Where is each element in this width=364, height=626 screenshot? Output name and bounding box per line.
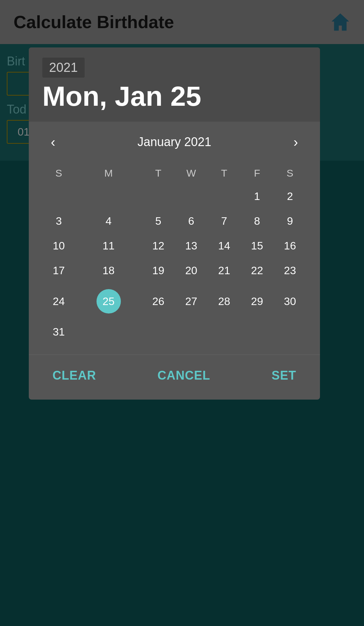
- calendar-day[interactable]: 9: [274, 209, 306, 234]
- dp-year[interactable]: 2021: [42, 58, 85, 78]
- calendar-day: [42, 184, 75, 209]
- calendar-day[interactable]: 30: [274, 283, 306, 320]
- calendar-row: 12: [42, 184, 306, 209]
- calendar-day[interactable]: 5: [142, 209, 175, 234]
- calendar-day[interactable]: 17: [42, 258, 75, 283]
- calendar-day[interactable]: 21: [208, 258, 240, 283]
- set-button[interactable]: SET: [265, 365, 303, 386]
- calendar-grid: S M T W T F S 12345678910111213141516171…: [42, 162, 306, 344]
- calendar-day: [175, 320, 208, 344]
- calendar-day[interactable]: 18: [75, 258, 142, 283]
- calendar-day[interactable]: 10: [42, 234, 75, 258]
- dow-sun: S: [42, 162, 75, 184]
- calendar-day[interactable]: 29: [241, 283, 274, 320]
- calendar-day[interactable]: 24: [42, 283, 75, 320]
- calendar-day[interactable]: 8: [241, 209, 274, 234]
- dow-thu: T: [208, 162, 240, 184]
- calendar-day[interactable]: 12: [142, 234, 175, 258]
- calendar-day[interactable]: 28: [208, 283, 240, 320]
- calendar-day[interactable]: 25: [75, 283, 142, 320]
- calendar-day[interactable]: 4: [75, 209, 142, 234]
- calendar-day[interactable]: 6: [175, 209, 208, 234]
- cancel-button[interactable]: CANCEL: [151, 365, 217, 386]
- prev-month-button[interactable]: ‹: [46, 132, 60, 152]
- calendar-day: [75, 320, 142, 344]
- dp-date-display: Mon, Jan 25: [42, 81, 306, 112]
- calendar-day[interactable]: 14: [208, 234, 240, 258]
- calendar-day[interactable]: 27: [175, 283, 208, 320]
- calendar-day[interactable]: 16: [274, 234, 306, 258]
- calendar-row: 17181920212223: [42, 258, 306, 283]
- dow-wed: W: [175, 162, 208, 184]
- calendar-day[interactable]: 20: [175, 258, 208, 283]
- dp-navigation: ‹ January 2021 ›: [29, 122, 320, 159]
- calendar-day[interactable]: 13: [175, 234, 208, 258]
- calendar-day[interactable]: 26: [142, 283, 175, 320]
- calendar-day[interactable]: 19: [142, 258, 175, 283]
- calendar-day: [175, 184, 208, 209]
- calendar-header-row: S M T W T F S: [42, 162, 306, 184]
- calendar-day: [208, 184, 240, 209]
- calendar-day[interactable]: 3: [42, 209, 75, 234]
- calendar-day[interactable]: 7: [208, 209, 240, 234]
- calendar-row: 10111213141516: [42, 234, 306, 258]
- dp-month-label: January 2021: [137, 135, 211, 149]
- next-month-button[interactable]: ›: [288, 132, 303, 152]
- calendar-day: [274, 320, 306, 344]
- calendar-day[interactable]: 1: [241, 184, 274, 209]
- calendar-day[interactable]: 15: [241, 234, 274, 258]
- calendar-day[interactable]: 11: [75, 234, 142, 258]
- dow-fri: F: [241, 162, 274, 184]
- calendar-row: 31: [42, 320, 306, 344]
- clear-button[interactable]: CLEAR: [46, 365, 103, 386]
- dp-header: 2021 Mon, Jan 25: [29, 47, 320, 122]
- dow-sat: S: [274, 162, 306, 184]
- calendar-day[interactable]: 31: [42, 320, 75, 344]
- calendar-row: 3456789: [42, 209, 306, 234]
- calendar-day: [75, 184, 142, 209]
- dp-calendar: S M T W T F S 12345678910111213141516171…: [29, 159, 320, 355]
- dow-tue: T: [142, 162, 175, 184]
- calendar-day[interactable]: 2: [274, 184, 306, 209]
- selected-day-circle: 25: [97, 289, 121, 314]
- calendar-day: [142, 320, 175, 344]
- calendar-day: [241, 320, 274, 344]
- calendar-day[interactable]: 23: [274, 258, 306, 283]
- calendar-row: 24252627282930: [42, 283, 306, 320]
- calendar-day: [208, 320, 240, 344]
- calendar-day[interactable]: 22: [241, 258, 274, 283]
- dp-footer: CLEAR CANCEL SET: [29, 355, 320, 400]
- calendar-day: [142, 184, 175, 209]
- dow-mon: M: [75, 162, 142, 184]
- date-picker-dialog: 2021 Mon, Jan 25 ‹ January 2021 › S M T …: [29, 47, 320, 400]
